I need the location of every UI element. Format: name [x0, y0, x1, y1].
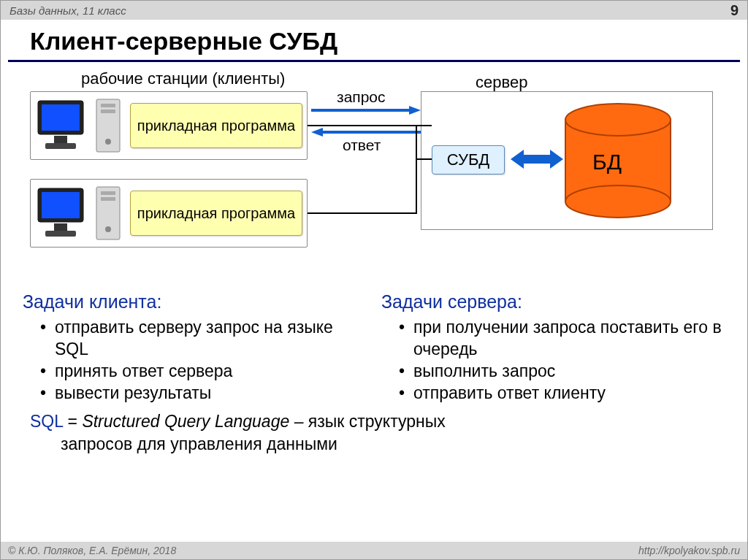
svg-point-7: [105, 139, 111, 145]
client-box-2: прикладная программа: [30, 179, 308, 248]
topbar: Базы данных, 11 класс 9: [1, 1, 747, 20]
svg-rect-3: [45, 143, 76, 149]
tower-icon: [94, 184, 123, 242]
svg-point-25: [565, 185, 671, 218]
request-label: запрос: [337, 88, 386, 106]
client-box-1: прикладная программа: [30, 91, 308, 160]
copyright: © К.Ю. Поляков, Е.А. Ерёмин, 2018: [8, 545, 176, 556]
connector-line: [416, 125, 417, 214]
page-title: Клиент-серверные СУБД: [8, 20, 740, 62]
workstations-label: рабочие станции (клиенты): [81, 69, 285, 88]
page-number: 9: [730, 2, 739, 19]
tasks-columns: Задачи клиента: отправить серверу запрос…: [23, 291, 725, 404]
svg-rect-9: [42, 192, 80, 218]
list-item: при получении запроса поставить его в оч…: [399, 317, 725, 361]
client-tasks: Задачи клиента: отправить серверу запрос…: [23, 291, 367, 404]
monitor-icon: [35, 184, 86, 242]
sql-prefix: SQL: [30, 412, 63, 431]
db-label: БД: [592, 150, 622, 174]
svg-rect-6: [101, 110, 115, 113]
app-box: прикладная программа: [130, 103, 302, 148]
server-label: сервер: [476, 73, 527, 92]
client-tasks-heading: Задачи клиента:: [23, 291, 367, 312]
breadcrumb: Базы данных, 11 класс: [9, 4, 126, 17]
footer: © К.Ю. Поляков, Е.А. Ерёмин, 2018 http:/…: [1, 542, 747, 559]
list-item: принять ответ сервера: [40, 361, 367, 383]
response-label: ответ: [343, 137, 381, 154]
sql-english: Structured Query Language: [82, 412, 289, 431]
sql-note: SQL = Structured Query Language – язык с…: [30, 410, 725, 456]
subd-box: СУБД: [432, 145, 505, 174]
list-item: отправить серверу запрос на языке SQL: [40, 317, 367, 361]
sql-eq: =: [63, 412, 82, 431]
connector-line: [416, 158, 432, 160]
server-tasks-heading: Задачи сервера:: [381, 291, 725, 312]
list-item: выполнить запрос: [399, 361, 725, 383]
server-tasks: Задачи сервера: при получении запроса по…: [381, 291, 725, 404]
arrow-right-icon: [311, 106, 421, 115]
svg-marker-19: [311, 128, 323, 137]
list-item: вывести результаты: [40, 383, 367, 404]
app-box: прикладная программа: [130, 191, 302, 236]
svg-marker-20: [511, 150, 563, 169]
diagram: рабочие станции (клиенты) сервер приклад…: [15, 69, 733, 288]
connector-line: [308, 125, 432, 126]
svg-rect-5: [101, 104, 115, 107]
tower-icon: [94, 96, 123, 155]
double-arrow-icon: [511, 148, 563, 170]
footer-url: http://kpolyakov.spb.ru: [638, 545, 740, 556]
list-item: отправить ответ клиенту: [399, 383, 725, 404]
arrow-left-icon: [311, 128, 421, 137]
connector-line: [308, 212, 417, 214]
monitor-icon: [35, 96, 86, 155]
svg-marker-17: [409, 106, 421, 115]
svg-point-15: [105, 226, 111, 232]
sql-rest: – язык структурных: [289, 412, 446, 431]
svg-rect-2: [54, 136, 67, 143]
svg-rect-10: [54, 223, 67, 231]
svg-rect-13: [101, 191, 115, 195]
sql-line2: запросов для управления данными: [30, 433, 725, 456]
svg-rect-14: [101, 197, 115, 201]
svg-rect-1: [42, 104, 80, 131]
svg-rect-11: [45, 231, 76, 237]
